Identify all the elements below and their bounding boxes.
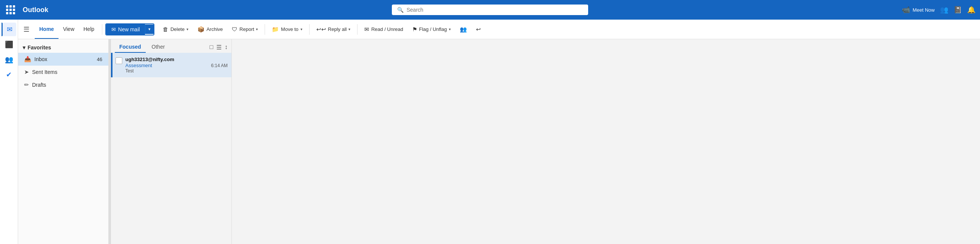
tab-help[interactable]: Help — [79, 20, 99, 39]
ribbon-divider-4 — [357, 24, 358, 35]
report-button[interactable]: 🛡 Report ▾ — [228, 24, 262, 34]
move-to-icon: 📁 — [272, 26, 279, 33]
video-icon: 📹 — [902, 6, 910, 14]
archive-icon: 📦 — [197, 26, 205, 33]
hamburger-button[interactable]: ☰ — [21, 23, 32, 36]
search-input[interactable] — [407, 7, 583, 13]
people-icon-button[interactable]: 👥 — [940, 6, 948, 14]
mail-nav-item[interactable]: ✉ — [2, 23, 16, 36]
sort-icon[interactable]: ↕ — [224, 44, 228, 51]
main-content: ▾ Favorites 📥 Inbox 46 ➤ Sent Items ✏ Dr… — [18, 39, 980, 244]
mail-list-tabs: Focused Other □ ☰ ↕ — [111, 39, 231, 53]
new-mail-main[interactable]: ✉ New mail — [106, 24, 145, 35]
tab-home[interactable]: Home — [35, 20, 59, 39]
move-to-caret: ▾ — [301, 27, 302, 31]
search-icon: 🔍 — [397, 7, 404, 13]
ribbon-divider-2 — [265, 24, 265, 35]
mail-item[interactable]: ugh33213@nifty.com Assessment 6:14 AM Te… — [111, 53, 231, 77]
reply-all-button[interactable]: ↩↩ Reply all ▾ — [313, 24, 355, 34]
sent-icon: ➤ — [24, 69, 29, 75]
calendar-nav-item[interactable]: ⬛ — [2, 38, 16, 51]
reply-all-icon: ↩↩ — [317, 26, 326, 33]
flag-caret: ▾ — [449, 27, 451, 31]
teams-icon: 👥 — [940, 6, 948, 14]
reply-all-caret: ▾ — [348, 27, 350, 31]
ribbon-divider-1 — [102, 24, 102, 35]
tab-other[interactable]: Other — [147, 41, 170, 53]
ribbon: ☰ Home View Help ✉ New mail ▾ 🗑 Delete ▾ — [18, 20, 980, 39]
drafts-icon: ✏ — [24, 81, 29, 88]
manage-button[interactable]: 👥 — [456, 24, 471, 34]
tasks-nav-item[interactable]: ✔ — [2, 68, 16, 81]
mail-list: Focused Other □ ☰ ↕ ugh33213@nifty.com A… — [111, 39, 232, 244]
delete-icon: 🗑 — [163, 26, 169, 32]
undo-button[interactable]: ↩ — [472, 24, 485, 34]
flag-unflag-button[interactable]: ⚑ Flag / Unflag ▾ — [409, 24, 455, 34]
app-title: Outlook — [23, 6, 48, 14]
move-to-button[interactable]: 📁 Move to ▾ — [268, 24, 306, 34]
report-icon: 🛡 — [232, 26, 237, 32]
video-call-button[interactable]: 📹 Meet Now — [902, 6, 935, 14]
mail-tab-icons: □ ☰ ↕ — [210, 44, 228, 51]
mail-compose-icon: ✉ — [111, 26, 116, 32]
main-layout: ✉ ⬛ 👥 ✔ ☰ Home View Help ✉ New mail ▾ — [0, 20, 980, 244]
bell-icon: 🔔 — [967, 6, 975, 14]
folder-sidebar: ▾ Favorites 📥 Inbox 46 ➤ Sent Items ✏ Dr… — [18, 39, 109, 244]
new-mail-button[interactable]: ✉ New mail ▾ — [105, 24, 155, 35]
notebook-icon: 📓 — [954, 6, 962, 14]
mail-checkbox[interactable] — [116, 57, 123, 64]
folder-inbox[interactable]: 📥 Inbox 46 — [18, 53, 108, 66]
notebook-button[interactable]: 📓 — [954, 6, 962, 14]
mail-item-body: ugh33213@nifty.com Assessment 6:14 AM Te… — [125, 57, 228, 73]
new-mail-dropdown[interactable]: ▾ — [145, 24, 154, 34]
select-all-icon[interactable]: □ — [210, 44, 213, 51]
delete-caret: ▾ — [186, 27, 188, 31]
read-unread-button[interactable]: ✉ Read / Unread — [361, 24, 407, 34]
undo-icon: ↩ — [476, 26, 481, 33]
chevron-down-icon: ▾ — [23, 44, 25, 51]
report-caret: ▾ — [256, 27, 258, 31]
manage-icon: 👥 — [460, 26, 467, 33]
tab-view[interactable]: View — [59, 20, 79, 39]
archive-button[interactable]: 📦 Archive — [194, 24, 226, 34]
delete-button[interactable]: 🗑 Delete ▾ — [159, 24, 192, 34]
top-bar: Outlook 🔍 📹 Meet Now 👥 📓 🔔 — [0, 0, 980, 20]
notification-button[interactable]: 🔔 — [967, 6, 975, 14]
content-area: ☰ Home View Help ✉ New mail ▾ 🗑 Delete ▾ — [18, 20, 980, 244]
search-bar: 🔍 — [392, 5, 588, 15]
people-nav-item[interactable]: 👥 — [2, 53, 16, 67]
icon-sidebar: ✉ ⬛ 👥 ✔ — [0, 20, 18, 244]
tab-focused[interactable]: Focused — [115, 41, 146, 53]
ribbon-divider-3 — [309, 24, 310, 35]
inbox-icon: 📥 — [24, 56, 31, 63]
read-icon: ✉ — [364, 26, 369, 33]
folder-sent[interactable]: ➤ Sent Items — [18, 66, 108, 78]
folder-drafts[interactable]: ✏ Drafts — [18, 78, 108, 91]
favorites-header[interactable]: ▾ Favorites — [18, 42, 108, 53]
filter-icon[interactable]: ☰ — [216, 44, 221, 51]
app-grid-button[interactable] — [5, 4, 17, 16]
flag-icon: ⚑ — [412, 26, 417, 33]
ribbon-tabs: Home View Help — [35, 20, 99, 39]
reading-pane — [232, 39, 980, 244]
